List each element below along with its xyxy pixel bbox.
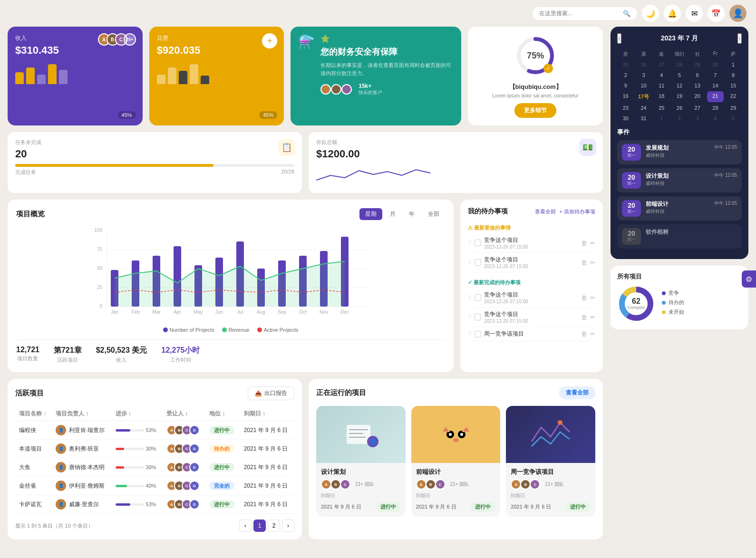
cal-day-7[interactable]: 7	[707, 70, 724, 80]
cal-day-30[interactable]: 30	[617, 114, 634, 123]
col-owner[interactable]: 项目负责人 ↕	[52, 407, 111, 421]
cell-name: 本道项目	[15, 440, 52, 458]
cal-day-25[interactable]: 25	[617, 60, 634, 69]
cal-day-26[interactable]: 26	[635, 60, 652, 69]
frontend-illustration	[432, 411, 480, 458]
cal-day-27b[interactable]: 27	[689, 103, 706, 113]
cal-day-4-next[interactable]: 4	[707, 114, 724, 123]
col-status[interactable]: 地位 ↕	[205, 407, 240, 421]
todo-recent-title: ✓ 最新完成的待办事项	[468, 276, 595, 288]
cal-day-21-today[interactable]: 21	[707, 91, 724, 102]
page-2-button[interactable]: 2	[268, 520, 280, 532]
search-input[interactable]	[539, 10, 619, 17]
calendar-next-button[interactable]: ›	[737, 33, 742, 44]
cal-day-8[interactable]: 8	[725, 70, 742, 80]
todo-delete-3[interactable]: 🗑	[581, 294, 587, 301]
page-1-button[interactable]: 1	[253, 520, 266, 532]
cal-day-22[interactable]: 22	[725, 91, 742, 102]
todo-view-all-link[interactable]: 查看全部	[535, 208, 556, 215]
calendar-button[interactable]: 📅	[708, 5, 725, 22]
stat-cards-row: 收入 $310.435 A B C 25+ 45%	[8, 27, 603, 125]
col-progress[interactable]: 进步 ↕	[112, 407, 163, 421]
cal-day-2[interactable]: 2	[617, 70, 634, 80]
cal-day-11[interactable]: 11	[653, 81, 670, 90]
cal-day-20[interactable]: 20	[689, 91, 706, 102]
cal-day-31[interactable]: 31	[635, 114, 652, 123]
todo-checkbox-4[interactable]	[475, 314, 481, 320]
cal-day-26b[interactable]: 26	[671, 103, 688, 113]
cal-day-14[interactable]: 14	[707, 81, 724, 90]
todo-urgent-title: ⚠ 最新要做的事情	[468, 221, 595, 233]
todo-date-2: 2023-12-26 07:15:00	[484, 264, 578, 269]
due-value-design: 2021 年 9 月 6 日	[321, 503, 361, 510]
svg-text:Mar: Mar	[152, 309, 161, 315]
col-assignee[interactable]: 受让人 ↕	[163, 407, 205, 421]
more-details-button[interactable]: 更多细节	[514, 103, 556, 118]
cal-day-18[interactable]: 18	[653, 91, 670, 102]
cal-day-4[interactable]: 4	[653, 70, 670, 80]
cal-day-27[interactable]: 27	[653, 60, 670, 69]
chart-tab-all[interactable]: 全部	[422, 208, 445, 220]
todo-edit-4[interactable]: ✏	[590, 314, 595, 321]
notification-bell[interactable]: 🔔	[664, 5, 681, 22]
export-button[interactable]: 📤 出口报告	[248, 386, 294, 400]
todo-edit-2[interactable]: ✏	[590, 259, 595, 266]
todo-delete-2[interactable]: 🗑	[581, 259, 587, 266]
cal-day-2-next[interactable]: 2	[671, 114, 688, 123]
cal-day-24[interactable]: 24	[635, 103, 652, 113]
todo-checkbox-5[interactable]	[475, 331, 481, 337]
cal-day-30-prev[interactable]: 30	[707, 60, 724, 69]
col-date[interactable]: 到期日 ↕	[240, 407, 294, 421]
cal-day-1-next[interactable]: 1	[653, 114, 670, 123]
todo-edit-5[interactable]: ✏	[590, 330, 595, 337]
cal-day-23[interactable]: 23	[617, 103, 634, 113]
todo-checkbox-2[interactable]	[475, 259, 481, 266]
progress-pct: 30%	[146, 464, 156, 470]
cal-day-9[interactable]: 9	[617, 81, 634, 90]
todo-edit-3[interactable]: ✏	[590, 294, 595, 301]
cal-day-29b[interactable]: 29	[725, 103, 742, 113]
cal-day-10[interactable]: 10	[635, 81, 652, 90]
cal-day-6[interactable]: 6	[689, 70, 706, 80]
cal-day-25b[interactable]: 25	[653, 103, 670, 113]
todo-add-link[interactable]: + 添加待办事项	[560, 208, 595, 215]
todo-delete-5[interactable]: 🗑	[581, 330, 587, 337]
mail-button[interactable]: ✉	[686, 5, 703, 22]
cal-day-28b[interactable]: 28	[707, 103, 724, 113]
page-next-button[interactable]: ›	[282, 520, 294, 532]
chart-tab-month[interactable]: 月	[384, 208, 401, 220]
search-bar[interactable]: 🔍	[533, 7, 637, 20]
view-all-button[interactable]: 查看全部	[559, 386, 595, 399]
page-prev-button[interactable]: ‹	[239, 520, 252, 532]
cal-day-29[interactable]: 29	[689, 60, 706, 69]
user-avatar[interactable]: 👤	[729, 5, 746, 22]
chart-tab-week[interactable]: 星期	[359, 208, 382, 220]
cal-day-5[interactable]: 5	[671, 70, 688, 80]
calendar-prev-button[interactable]: ‹	[617, 33, 621, 44]
donut-chart: 62 Compete	[617, 285, 655, 323]
cal-day-13[interactable]: 13	[689, 81, 706, 90]
cal-day-15[interactable]: 15	[725, 81, 742, 90]
cal-day-3-next[interactable]: 3	[689, 114, 706, 123]
cal-day-1[interactable]: 1	[725, 60, 742, 69]
cal-day-12[interactable]: 12	[671, 81, 688, 90]
settings-gear-button[interactable]: ⚙	[742, 270, 756, 288]
cal-day-17[interactable]: 17号	[635, 91, 652, 102]
cal-day-3[interactable]: 3	[635, 70, 652, 80]
todo-checkbox-1[interactable]	[475, 240, 481, 246]
cal-day-28[interactable]: 28	[671, 60, 688, 69]
chart-tab-year[interactable]: 年	[403, 208, 420, 220]
col-name[interactable]: 项目名称 ↑	[15, 407, 52, 421]
cal-day-19[interactable]: 19	[671, 91, 688, 102]
cal-day-5-next[interactable]: 5	[725, 114, 742, 123]
todo-delete-1[interactable]: 🗑	[581, 240, 587, 247]
owner-avatar: 👤	[56, 425, 66, 435]
calendar-title: 2023 年 7 月	[661, 34, 698, 43]
todo-edit-1[interactable]: ✏	[590, 240, 595, 247]
project-team-compete: 21+ 团队	[545, 481, 564, 488]
todo-checkbox-3[interactable]	[475, 294, 481, 301]
expense-add-button[interactable]: +	[262, 33, 277, 48]
todo-delete-4[interactable]: 🗑	[581, 314, 587, 321]
theme-toggle[interactable]: 🌙	[642, 5, 659, 22]
cal-day-16[interactable]: 16	[617, 91, 634, 102]
